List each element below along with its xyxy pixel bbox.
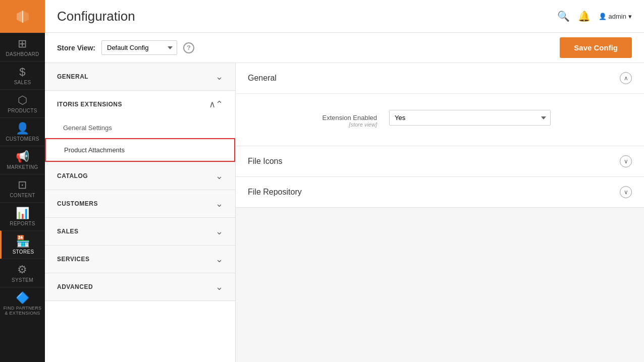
right-panel: General ∧ Extension Enabled [store view]	[236, 63, 644, 362]
store-view-left: Store View: Default Config ?	[57, 40, 194, 55]
advanced-section-header[interactable]: ADVANCED	[45, 273, 235, 300]
topbar-actions: 🔍 🔔 👤 admin ▾	[557, 10, 632, 22]
sidebar-item-dashboard[interactable]: ⊞ DASHBOARD	[0, 33, 45, 61]
customers-chevron-icon	[216, 198, 223, 209]
config-section-general: GENERAL	[45, 63, 235, 91]
accordion-general-chevron-icon: ∧	[620, 72, 632, 84]
accordion-general-body: Extension Enabled [store view] Yes No	[236, 93, 644, 146]
sidebar-item-content[interactable]: ⊡ CONTENT	[0, 174, 45, 202]
config-section-itoris: ITORIS EXTENSIONS ∧ General Settings Pro…	[45, 91, 235, 162]
page-title: Configuration	[57, 9, 135, 24]
extension-enabled-row: Extension Enabled [store view] Yes No	[248, 104, 632, 134]
customers-section-title: CUSTOMERS	[57, 200, 98, 207]
magento-logo	[14, 8, 32, 26]
marketing-icon: 📢	[16, 151, 29, 162]
split-layout: GENERAL ITORIS EXTENSIONS ∧ General Sett…	[45, 63, 644, 362]
help-icon[interactable]: ?	[183, 42, 194, 53]
config-section-services: SERVICES	[45, 246, 235, 273]
products-icon: ⬡	[18, 95, 27, 106]
general-chevron-icon	[216, 71, 223, 82]
extension-enabled-control: Yes No	[389, 110, 632, 126]
notification-icon[interactable]: 🔔	[578, 10, 591, 22]
itoris-section-header[interactable]: ITORIS EXTENSIONS ∧	[45, 91, 235, 118]
accordion-file-repository-title: File Repository	[248, 188, 302, 197]
accordion-file-repository: File Repository ∨	[236, 177, 644, 208]
left-panel: GENERAL ITORIS EXTENSIONS ∧ General Sett…	[45, 63, 236, 362]
topbar: Configuration 🔍 🔔 👤 admin ▾	[45, 0, 644, 33]
accordion-general-header[interactable]: General ∧	[236, 63, 644, 93]
config-section-sales: SALES	[45, 218, 235, 246]
general-section-header[interactable]: GENERAL	[45, 63, 235, 90]
catalog-section-header[interactable]: CATALOG	[45, 162, 235, 190]
sidebar: ⊞ DASHBOARD $ SALES ⬡ PRODUCTS 👤 CUSTOME…	[0, 0, 45, 362]
general-section-title: GENERAL	[57, 73, 88, 80]
general-settings-item[interactable]: General Settings	[45, 118, 235, 138]
store-view-select[interactable]: Default Config	[101, 40, 177, 55]
advanced-chevron-icon	[216, 281, 223, 292]
config-section-customers: CUSTOMERS	[45, 190, 235, 218]
sidebar-item-reports[interactable]: 📊 REPORTS	[0, 202, 45, 230]
sales-icon: $	[19, 67, 26, 78]
sales-section-title: SALES	[57, 228, 79, 235]
accordion-general-title: General	[248, 74, 277, 83]
services-section-header[interactable]: SERVICES	[45, 246, 235, 273]
main-area: Configuration 🔍 🔔 👤 admin ▾ Store View: …	[45, 0, 644, 362]
extension-enabled-select[interactable]: Yes No	[389, 110, 551, 126]
stores-icon: 🏪	[16, 236, 30, 247]
config-section-advanced: ADVANCED	[45, 273, 235, 301]
find-partners-icon: 🔷	[16, 292, 29, 304]
sidebar-logo	[0, 0, 45, 33]
sidebar-item-customers[interactable]: 👤 CUSTOMERS	[0, 117, 45, 146]
sidebar-item-marketing[interactable]: 📢 MARKETING	[0, 146, 45, 174]
sales-section-header[interactable]: SALES	[45, 218, 235, 245]
accordion-file-icons-header[interactable]: File Icons ∨	[236, 146, 644, 176]
accordion-file-icons-chevron-icon: ∨	[620, 155, 632, 167]
itoris-chevron-icon: ∧	[209, 99, 223, 110]
catalog-chevron-icon	[216, 170, 223, 182]
sidebar-item-find-partners[interactable]: 🔷 FIND PARTNERS & EXTENSIONS	[0, 287, 45, 320]
admin-icon: 👤	[599, 13, 607, 20]
sidebar-item-system[interactable]: ⚙ SYSTEM	[0, 259, 45, 287]
save-config-button[interactable]: Save Config	[560, 37, 632, 58]
search-icon[interactable]: 🔍	[557, 10, 570, 22]
accordion-file-repository-header[interactable]: File Repository ∨	[236, 177, 644, 207]
product-attachments-item[interactable]: Product Attachments	[45, 138, 235, 162]
config-section-catalog: CATALOG	[45, 162, 235, 190]
itoris-subsection: General Settings Product Attachments	[45, 118, 235, 162]
accordion-file-icons: File Icons ∨	[236, 146, 644, 177]
system-icon: ⚙	[17, 264, 27, 275]
itoris-section-title: ITORIS EXTENSIONS	[57, 101, 122, 108]
sidebar-item-products[interactable]: ⬡ PRODUCTS	[0, 89, 45, 117]
admin-chevron-icon: ▾	[628, 13, 632, 20]
dashboard-icon: ⊞	[18, 38, 27, 49]
advanced-section-title: ADVANCED	[57, 283, 93, 290]
accordion-general: General ∧ Extension Enabled [store view]	[236, 63, 644, 146]
customers-section-header[interactable]: CUSTOMERS	[45, 190, 235, 217]
accordion-file-icons-title: File Icons	[248, 157, 282, 166]
accordion-file-repository-chevron-icon: ∨	[620, 186, 632, 198]
content-area: Store View: Default Config ? Save Config…	[45, 33, 644, 362]
store-view-bar: Store View: Default Config ? Save Config	[45, 33, 644, 63]
content-icon: ⊡	[18, 179, 27, 191]
sales-chevron-icon	[216, 226, 223, 237]
admin-menu[interactable]: 👤 admin ▾	[599, 13, 632, 20]
store-view-label: Store View:	[57, 44, 95, 52]
catalog-section-title: CATALOG	[57, 172, 88, 179]
sidebar-item-stores[interactable]: 🏪 STORES	[0, 230, 45, 259]
services-chevron-icon	[216, 254, 223, 265]
extension-enabled-label: Extension Enabled [store view]	[248, 110, 389, 128]
reports-icon: 📊	[16, 208, 29, 219]
services-section-title: SERVICES	[57, 256, 89, 263]
sidebar-item-sales[interactable]: $ SALES	[0, 61, 45, 89]
customers-icon: 👤	[16, 123, 29, 134]
